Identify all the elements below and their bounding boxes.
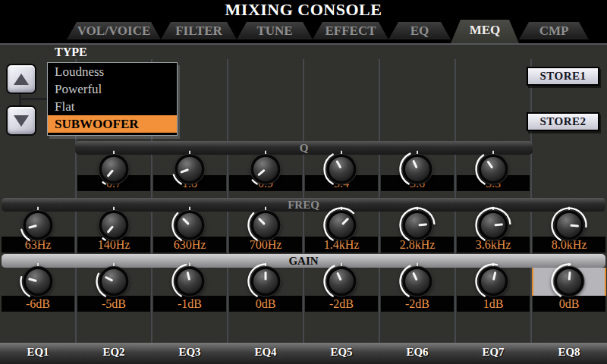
channel-label-eq3: EQ3 xyxy=(152,346,228,359)
freq-knob-eq6[interactable] xyxy=(398,206,436,244)
freq-knob-eq5[interactable] xyxy=(322,206,360,244)
tab-label: FILTER xyxy=(175,24,222,38)
tab-label: EQ xyxy=(410,24,429,38)
channel-label-eq2: EQ2 xyxy=(76,346,152,359)
triangle-down-icon xyxy=(14,115,29,127)
type-option-flat[interactable]: Flat xyxy=(48,98,177,115)
gain-knob-eq8[interactable] xyxy=(550,262,588,300)
type-option-loudness[interactable]: Loudness xyxy=(48,63,177,80)
tab-tune[interactable]: TUNE xyxy=(237,22,313,39)
tab-eq[interactable]: EQ xyxy=(388,22,451,39)
channel-label-eq5: EQ5 xyxy=(304,346,379,359)
type-selector-list: LoudnessPowerfulFlatSUBWOOFER xyxy=(47,62,178,136)
q-row-header: Q xyxy=(75,141,533,155)
type-option-subwoofer[interactable]: SUBWOOFER xyxy=(48,115,177,133)
channel-label-bar: EQ1EQ2EQ3EQ4EQ5EQ6EQ7EQ8 xyxy=(0,343,607,364)
page-title: MIXING CONSOLE xyxy=(0,0,607,20)
q-knob-eq3[interactable] xyxy=(171,150,209,188)
q-knob-eq4[interactable] xyxy=(247,150,285,188)
store2-button[interactable]: STORE2 xyxy=(527,112,599,131)
triangle-up-icon xyxy=(14,74,29,85)
freq-knob-eq4[interactable] xyxy=(247,206,285,244)
tab-label: VOL/VOICE xyxy=(77,24,151,38)
tab-label: TUNE xyxy=(256,24,292,38)
gain-row-header: GAIN xyxy=(2,254,605,268)
gain-knob-eq3[interactable] xyxy=(171,262,209,300)
tab-bar: VOL/VOICEFILTERTUNEEFFECTEQMEQCMP xyxy=(67,20,589,43)
tab-label: CMP xyxy=(539,24,569,38)
selector-connector-vertical xyxy=(19,94,21,106)
q-knob-eq7[interactable] xyxy=(474,150,512,188)
tab-meq[interactable]: MEQ xyxy=(451,20,519,43)
freq-knob-eq3[interactable] xyxy=(171,206,209,244)
mixing-console-screen: MIXING CONSOLE VOL/VOICEFILTERTUNEEFFECT… xyxy=(0,0,607,364)
freq-knob-eq1[interactable] xyxy=(19,206,57,244)
freq-row-header: FREQ xyxy=(2,198,605,212)
type-selector-label: TYPE xyxy=(55,46,87,59)
type-up-button[interactable] xyxy=(6,64,36,94)
store1-button[interactable]: STORE1 xyxy=(527,67,599,86)
channel-label-eq6: EQ6 xyxy=(379,346,455,359)
freq-knob-eq7[interactable] xyxy=(474,206,512,244)
type-down-button[interactable] xyxy=(6,105,36,136)
q-knob-eq2[interactable] xyxy=(95,150,133,188)
q-knob-eq5[interactable] xyxy=(322,150,360,188)
freq-knob-eq8[interactable] xyxy=(550,206,588,244)
channel-label-eq8: EQ8 xyxy=(531,346,607,359)
tab-filter[interactable]: FILTER xyxy=(161,22,237,39)
tab-vol-voice[interactable]: VOL/VOICE xyxy=(67,22,161,39)
tab-label: EFFECT xyxy=(325,24,376,38)
gain-knob-eq5[interactable] xyxy=(322,262,360,300)
type-option-powerful[interactable]: Powerful xyxy=(48,80,177,98)
channel-label-eq4: EQ4 xyxy=(228,346,304,359)
q-knob-eq6[interactable] xyxy=(398,150,436,188)
tab-effect[interactable]: EFFECT xyxy=(313,22,388,39)
gain-knob-eq6[interactable] xyxy=(398,262,436,300)
gain-knob-eq2[interactable] xyxy=(95,262,133,300)
channel-label-eq1: EQ1 xyxy=(0,346,76,359)
selector-connector-horizontal xyxy=(19,98,47,100)
tab-cmp[interactable]: CMP xyxy=(519,22,589,39)
gain-knob-eq4[interactable] xyxy=(247,262,285,300)
tab-label: MEQ xyxy=(470,23,501,37)
gain-knob-eq1[interactable] xyxy=(19,262,57,300)
freq-knob-eq2[interactable] xyxy=(95,206,133,244)
channel-label-eq7: EQ7 xyxy=(455,346,531,359)
gain-knob-eq7[interactable] xyxy=(474,262,512,300)
